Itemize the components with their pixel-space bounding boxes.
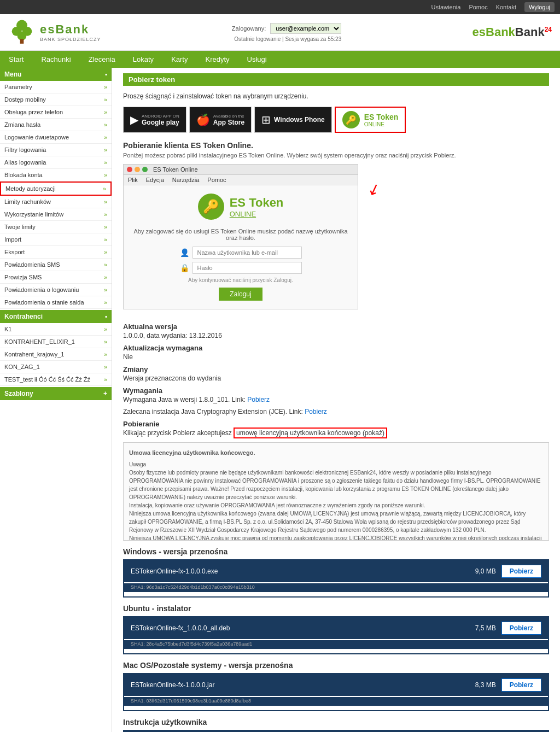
download-windows-section: Windows - wersja przenośna ESTokenOnline… <box>123 547 549 598</box>
sidebar-item-limity-rachunkow[interactable]: Limity rachunków» <box>0 196 112 208</box>
sidebar-item-alias-logowania[interactable]: Alias logowania» <box>0 156 112 169</box>
session-info: Ostatnie logowanie | Sesja wygasa za 55:… <box>234 36 341 42</box>
download-windows-label: Windows - wersja przenośna <box>123 547 549 556</box>
sidebar-item-parametry[interactable]: Parametry» <box>0 81 112 93</box>
sidebar-kontrahent-krajowy[interactable]: Kontrahent_krajowy_1» <box>0 348 112 361</box>
download-ubuntu-row: ESTokenOnline-fx_1.0.0.0_all.deb 7,5 MB … <box>124 617 548 639</box>
token-sc-note: Aby kontynuować naciśnij przycisk Zalogu… <box>188 277 293 283</box>
top-bar: Ustawienia Pomoc Kontakt Wyloguj <box>0 0 560 14</box>
header-right: Zalogowany: user@example.com Ostatnie lo… <box>232 23 341 42</box>
pobieranie-label: Pobieranie <box>123 420 549 428</box>
windows-icon: ⊞ <box>261 113 271 126</box>
nav-lokaty[interactable]: Lokaty <box>124 51 162 68</box>
pobieranie-desc: Klikając przycisk Pobierz akceptujesz um… <box>123 429 549 437</box>
sidebar-item-obsluga-telefon[interactable]: Obsługa przez telefon» <box>0 106 112 119</box>
sidebar-item-prowizja-sms[interactable]: Prowizja SMS» <box>0 271 112 284</box>
badges-row: ▶ ANDROID APP ON Google play 🍎 Available… <box>123 107 549 133</box>
page-title: Pobierz token <box>123 73 549 86</box>
sidebar-item-logowanie-dwuetapowe[interactable]: Logowanie dwuetapowe» <box>0 131 112 144</box>
token-pass-input[interactable] <box>192 262 302 274</box>
sidebar-k1[interactable]: K1» <box>0 323 112 336</box>
minimize-dot-icon <box>135 167 140 172</box>
sidebar-kon-zag[interactable]: KON_ZAG_1» <box>0 361 112 373</box>
token-sc-body: 🔑 ES Token ONLINE Aby zalogować się do u… <box>124 185 358 309</box>
sidebar-szablony-header: Szablony + <box>0 387 112 400</box>
download-windows-size: 9,0 MB <box>463 567 496 575</box>
menu-plik[interactable]: Plik <box>128 177 138 183</box>
nav-zlecenia[interactable]: Zlecenia <box>80 51 124 68</box>
logo-esbank: esBank <box>40 22 101 37</box>
badge-apple[interactable]: 🍎 Available on the App Store <box>189 107 252 133</box>
sidebar-item-powiadomienia-saldo[interactable]: Powiadomienia o stanie salda» <box>0 296 112 309</box>
apple-icon: 🍎 <box>196 113 210 126</box>
sidebar-kontrahent-elixir[interactable]: KONTRAHENT_ELIXIR_1» <box>0 336 112 348</box>
badge-android[interactable]: ▶ ANDROID APP ON Google play <box>123 107 186 133</box>
download-windows-sha: SHA1: 96d3a1c7c524d29d4b1d1b037a0c0c894e… <box>124 583 548 592</box>
nav-uslugi[interactable]: Usługi <box>238 51 276 68</box>
badge-es-token[interactable]: 🔑 ES Token ONLINE <box>335 107 406 133</box>
kontakt-link[interactable]: Kontakt <box>496 4 516 10</box>
sidebar-item-eksport[interactable]: Eksport» <box>0 246 112 259</box>
sidebar-item-dostep-mobilny[interactable]: Dostęp mobilny» <box>0 93 112 106</box>
download-mac-wrapper: ESTokenOnline-fx-1.0.0.0.jar 8,3 MB Pobi… <box>123 673 549 711</box>
token-sc-logo-icon: 🔑 <box>198 194 224 220</box>
sidebar-item-wykorzystanie-limitow[interactable]: Wykorzystanie limitów» <box>0 208 112 221</box>
token-sc-title: ES Token Online <box>153 166 198 173</box>
download-mac-button[interactable]: Pobierz <box>501 678 541 692</box>
menu-pomoc[interactable]: Pomoc <box>207 177 226 183</box>
license-box[interactable]: Umowa licencyjna użytkownika końcowego. … <box>123 442 549 541</box>
sidebar-kontrahenci-header: Kontrahenci ▪ <box>0 310 112 323</box>
nav-karty[interactable]: Karty <box>162 51 196 68</box>
token-login-button[interactable]: Zaloguj <box>219 288 262 301</box>
logged-in-row: Zalogowany: user@example.com <box>232 23 341 34</box>
user-field: 👤 <box>180 247 302 259</box>
changes-label: Zmiany <box>123 365 549 373</box>
changes-value: Wersja przeznaczona do wydania <box>123 374 549 382</box>
sidebar-item-twoje-limity[interactable]: Twoje limity» <box>0 221 112 233</box>
instrukcja-wrapper: Intrukcja-es-token-online-1.pdf 2,4 MB P… <box>123 730 549 732</box>
download-ubuntu-label: Ubuntu - instalator <box>123 604 549 613</box>
nav-kredyty[interactable]: Kredyty <box>196 51 238 68</box>
sidebar-item-blokada-konta[interactable]: Blokada konta» <box>0 169 112 181</box>
instrukcja-label: Instrukcja użytkownika <box>123 718 549 727</box>
ustawienia-link[interactable]: Ustawienia <box>431 4 461 10</box>
logo-area: esBank BANK SPÓŁDZIELCZY <box>8 19 101 46</box>
content-area: Pobierz token Proszę ściągnąć i zainstal… <box>112 68 560 732</box>
download-windows-button[interactable]: Pobierz <box>501 565 541 578</box>
req-jce-link[interactable]: Pobierz <box>305 408 327 415</box>
token-user-input[interactable] <box>192 247 302 259</box>
update-label: Aktualizacja wymagana <box>123 344 549 352</box>
pass-field-icon: 🔒 <box>180 263 189 272</box>
req-java: Wymagana Java w wersji 1.8.0_101. Link: … <box>123 396 549 403</box>
download-mac-size: 8,3 MB <box>463 681 496 689</box>
download-mac-label: Mac OS/Pozostałe systemy - wersja przeno… <box>123 661 549 670</box>
menu-edycja[interactable]: Edycja <box>146 177 164 183</box>
wyloguj-link[interactable]: Wyloguj <box>524 2 555 12</box>
pobieranie-highlight[interactable]: umowę licencyjną użytkownika końcowego (… <box>234 428 387 438</box>
user-select[interactable]: user@example.com <box>270 23 341 34</box>
download-ubuntu-button[interactable]: Pobierz <box>501 622 541 635</box>
sidebar-test-item[interactable]: TEST_test ił Óó Ćć Śś Ćć Żż Źź» <box>0 373 112 386</box>
download-mac-filename: ESTokenOnline-fx-1.0.0.0.jar <box>131 681 463 689</box>
version-section: Aktualna wersja 1.0.0.0, data wydania: 1… <box>123 323 549 437</box>
sidebar-item-filtry-logowania[interactable]: Filtry logowania» <box>0 144 112 156</box>
pass-field: 🔒 <box>180 262 302 274</box>
svg-rect-4 <box>20 39 24 44</box>
sidebar-item-zmiana-hasla[interactable]: Zmiana hasła» <box>0 119 112 131</box>
logo-tree-icon <box>8 19 36 46</box>
token-screenshot: ES Token Online Plik Edycja Narzędzia Po… <box>123 164 358 309</box>
req-java-link[interactable]: Pobierz <box>247 396 270 403</box>
sidebar-item-powiadomienia-sms[interactable]: Powiadomienia SMS» <box>0 259 112 271</box>
sidebar-item-powiadomienia-logowanie[interactable]: Powiadomienia o logowaniu» <box>0 284 112 296</box>
user-field-icon: 👤 <box>180 248 189 257</box>
version-value: 1.0.0.0, data wydania: 13.12.2016 <box>123 332 549 339</box>
nav-rachunki[interactable]: Rachunki <box>32 51 79 68</box>
menu-narzedzia[interactable]: Narzędzia <box>172 177 200 183</box>
badge-windows[interactable]: ⊞ Windows Phone <box>254 107 332 133</box>
logo-text-area: esBank BANK SPÓŁDZIELCZY <box>40 22 101 42</box>
sidebar-item-metody-autoryzacji[interactable]: Metody autoryzacji» <box>0 181 112 196</box>
sidebar-item-import[interactable]: Import» <box>0 233 112 246</box>
pomoc-link[interactable]: Pomoc <box>469 4 487 10</box>
nav-start[interactable]: Start <box>0 51 32 68</box>
download-mac-row: ESTokenOnline-fx-1.0.0.0.jar 8,3 MB Pobi… <box>124 674 548 696</box>
